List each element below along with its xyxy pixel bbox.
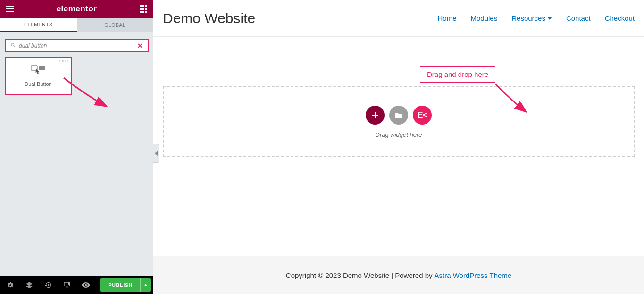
svg-rect-9 [140,11,142,13]
svg-rect-8 [145,8,147,10]
publish-button[interactable]: PUBLISH [100,282,140,288]
search-icon [10,42,16,50]
drop-zone[interactable]: E< Drag widget here [163,86,635,157]
publish-dropdown-button[interactable] [140,278,151,292]
apps-grid-icon[interactable] [138,4,149,14]
sidebar-header: elementor [0,0,153,18]
nav-contact[interactable]: Contact [566,14,591,22]
svg-rect-13 [39,66,45,70]
svg-rect-7 [142,8,144,10]
dropzone-text: Drag widget here [376,131,422,138]
site-title: Demo Website [163,10,255,26]
nav-resources-label: Resources [511,14,545,22]
svg-rect-11 [145,11,147,13]
nav-home[interactable]: Home [438,14,457,22]
brand-label: elementor [57,4,97,14]
template-library-button[interactable] [389,106,408,125]
elementskit-button[interactable]: E< [413,106,432,125]
ek-icon: E< [418,110,427,120]
svg-rect-5 [145,5,147,7]
search-wrap: ✕ [0,32,153,57]
svg-rect-10 [142,11,144,13]
responsive-icon[interactable] [58,276,76,294]
svg-rect-2 [6,11,14,12]
navigator-icon[interactable] [20,276,39,294]
canvas-body: Drag and drop here E< Drag wi [153,37,644,256]
nav-checkout[interactable]: Checkout [605,14,635,22]
svg-marker-18 [547,17,552,20]
widget-label: Dual Button [25,81,51,87]
dropzone-buttons: E< [366,106,432,125]
hamburger-icon[interactable] [5,4,15,14]
site-footer: Copyright © 2023 Demo Website | Powered … [153,256,644,294]
history-icon[interactable] [39,276,58,294]
nav-resources[interactable]: Resources [511,14,552,22]
svg-rect-1 [6,8,14,9]
search-input[interactable] [19,42,137,49]
tab-elements[interactable]: ELEMENTS [0,18,77,32]
search-box: ✕ [5,39,149,52]
preview-canvas: Demo Website Home Modules Resources Cont… [153,0,644,294]
site-nav: Home Modules Resources Contact Checkout [438,14,635,22]
sidebar-bottom-bar: PUBLISH [0,276,153,294]
sidebar-tabs: ELEMENTS GLOBAL [0,18,153,32]
dual-button-icon [31,65,46,76]
plus-icon [371,111,379,119]
annotation-arrow-1 [61,76,113,113]
add-section-button[interactable] [366,106,385,125]
svg-rect-3 [140,5,142,7]
folder-icon [395,112,402,118]
site-header: Demo Website Home Modules Resources Cont… [153,0,644,37]
svg-rect-4 [142,5,144,7]
preview-icon[interactable] [76,276,95,294]
settings-icon[interactable] [1,276,20,294]
svg-rect-6 [140,8,142,10]
svg-marker-17 [144,284,148,286]
svg-rect-21 [372,115,378,116]
footer-copyright: Copyright © 2023 Demo Website | Powered … [286,271,433,279]
svg-rect-0 [6,6,14,7]
clear-search-icon[interactable]: ✕ [137,42,143,50]
footer-theme-link[interactable]: Astra WordPress Theme [435,271,512,279]
publish-group: PUBLISH [100,278,151,292]
nav-modules[interactable]: Modules [471,14,498,22]
widget-badge: EKIT [59,59,69,63]
tab-global[interactable]: GLOBAL [77,18,154,32]
elementor-sidebar: elementor ELEMENTS GLOBAL ✕ [0,0,153,294]
chevron-down-icon [547,17,552,20]
annotation-callout: Drag and drop here [420,66,495,83]
